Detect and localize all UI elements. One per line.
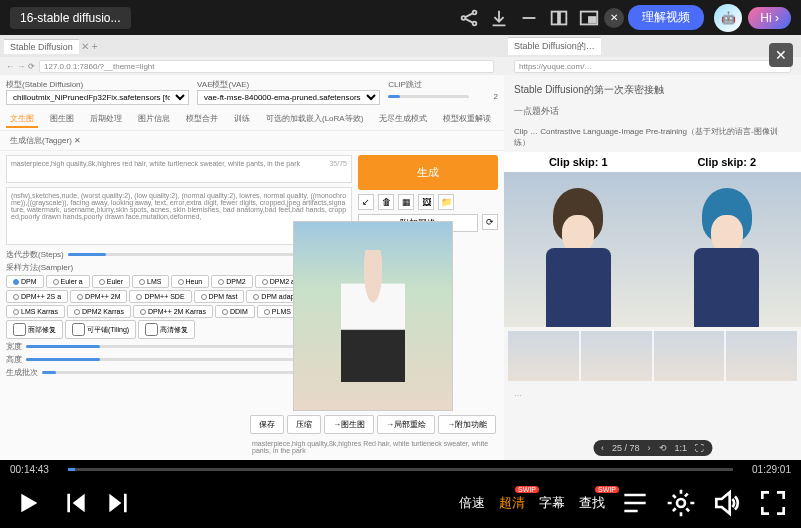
hi-button[interactable]: Hi ›	[748, 7, 791, 29]
sampler-opt[interactable]: DPM++ 2M	[70, 290, 127, 303]
clip-skip-2-image	[653, 172, 802, 327]
to-img2img-button[interactable]: →图生图	[324, 415, 374, 434]
zoom-value: 1:1	[675, 443, 688, 453]
forward-icon[interactable]: →	[17, 62, 25, 71]
svg-point-0	[462, 16, 466, 20]
back-icon[interactable]: ←	[6, 62, 14, 71]
expand-icon[interactable]: ⛶	[695, 443, 704, 453]
doc-note: …	[504, 385, 801, 402]
sampler-opt[interactable]: Euler a	[46, 275, 90, 288]
ckpt-label: 模型(Stable Diffusion)	[6, 79, 189, 90]
svg-rect-6	[589, 17, 595, 23]
rotate-icon[interactable]: ⟲	[659, 443, 667, 453]
clip-skip-1-label: Clip skip: 1	[504, 152, 653, 172]
pip-icon[interactable]	[578, 7, 600, 29]
svg-rect-4	[560, 11, 566, 24]
clip-label: CLIP跳过	[388, 79, 498, 90]
understand-video-button[interactable]: 理解视频	[628, 5, 704, 30]
sampler-opt[interactable]: DPM++ 2M Karras	[133, 305, 213, 318]
sampler-opt[interactable]: DPM++ 2S a	[6, 290, 68, 303]
page-indicator: 25 / 78	[612, 443, 640, 453]
progress-bar[interactable]	[68, 468, 733, 471]
video-tab[interactable]: 16-stable diffusio...	[10, 7, 131, 29]
right-address-bar[interactable]: https://yuque.com/…	[514, 60, 791, 73]
next-icon[interactable]	[104, 487, 136, 519]
prev-icon[interactable]	[58, 487, 90, 519]
clip-value: 2	[473, 92, 498, 101]
subtitle-button[interactable]: 字幕	[539, 494, 565, 512]
reload-icon[interactable]: ⟳	[28, 62, 35, 71]
to-inpaint-button[interactable]: →局部重绘	[377, 415, 435, 434]
thumb[interactable]	[508, 331, 579, 381]
speed-button[interactable]: 倍速	[459, 494, 485, 512]
share-icon[interactable]	[458, 7, 480, 29]
sampler-opt[interactable]: DPM	[6, 275, 44, 288]
sampler-opt[interactable]: DPM fast	[194, 290, 245, 303]
right-pane: ✕ Stable Diffusion的… https://yuque.com/……	[504, 35, 801, 460]
settings-icon[interactable]	[665, 487, 697, 519]
sampler-opt[interactable]: DPM2	[211, 275, 252, 288]
fullscreen-icon[interactable]	[757, 487, 789, 519]
doc-body: Clip … Contrastive Language-Image Pre-tr…	[504, 122, 801, 152]
download-icon[interactable]	[488, 7, 510, 29]
avatar[interactable]: 🤖	[714, 4, 742, 32]
generate-button[interactable]: 生成	[358, 155, 498, 190]
prompt-positive[interactable]: masterpiece,high quality,8k,highres red …	[6, 155, 352, 183]
grid-icon[interactable]: ▦	[398, 194, 414, 210]
folder-icon[interactable]: 📁	[438, 194, 454, 210]
svg-point-1	[473, 10, 477, 14]
svg-rect-3	[552, 11, 558, 24]
time-current: 00:14:43	[10, 464, 60, 475]
zip-button[interactable]: 压缩	[287, 415, 321, 434]
playlist-icon[interactable]	[619, 487, 651, 519]
time-duration: 01:29:01	[741, 464, 791, 475]
to-extras-button[interactable]: →附加功能	[438, 415, 496, 434]
image-icon[interactable]: 🖼	[418, 194, 434, 210]
pdf-toolbar: ‹ 25 / 78 › ⟲ 1:1 ⛶	[593, 440, 712, 456]
sampler-opt[interactable]: Euler	[92, 275, 130, 288]
tab-txt2img[interactable]: 文生图	[6, 111, 38, 128]
ckpt-select[interactable]: chilloutmix_NiPrunedFp32Fix.safetensors …	[6, 90, 189, 105]
address-bar[interactable]: 127.0.0.1:7860/?__theme=light	[39, 60, 494, 73]
sampler-opt[interactable]: LMS	[132, 275, 168, 288]
sampler-opt[interactable]: LMS Karras	[6, 305, 65, 318]
thumb[interactable]	[581, 331, 652, 381]
check-hires[interactable]: 高清修复	[138, 320, 195, 339]
tab-lora[interactable]: 可选的加载嵌入(LoRA等效)	[262, 111, 367, 128]
doc-section: 一点题外话	[504, 101, 801, 122]
check-face[interactable]: 面部修复	[6, 320, 63, 339]
check-tiling[interactable]: 可平铺(Tiling)	[65, 320, 136, 339]
close-pane-icon[interactable]: ✕	[769, 43, 793, 67]
arrow-icon[interactable]: ↙	[358, 194, 374, 210]
save-button[interactable]: 保存	[250, 415, 284, 434]
close-icon[interactable]: ✕	[604, 8, 624, 28]
sampler-opt[interactable]: Heun	[171, 275, 210, 288]
trash-icon[interactable]: 🗑	[378, 194, 394, 210]
snap-left-icon[interactable]	[548, 7, 570, 29]
quality-button[interactable]: 超清SWIP	[499, 494, 525, 512]
tab-weight[interactable]: 模型权重解读	[439, 111, 495, 128]
doc-title: Stable Diffusion的第一次亲密接触	[504, 75, 801, 101]
play-icon[interactable]	[12, 487, 44, 519]
minimize-icon[interactable]	[518, 7, 540, 29]
thumb[interactable]	[726, 331, 797, 381]
tab-merge[interactable]: 模型合并	[182, 111, 222, 128]
page-next-icon[interactable]: ›	[648, 443, 651, 453]
page-prev-icon[interactable]: ‹	[601, 443, 604, 453]
tab-img2img[interactable]: 图生图	[46, 111, 78, 128]
browser-tab-left[interactable]: Stable Diffusion	[4, 39, 79, 54]
sampler-opt[interactable]: DPM2 Karras	[67, 305, 131, 318]
volume-icon[interactable]	[711, 487, 743, 519]
tab-imginfo[interactable]: 图片信息	[134, 111, 174, 128]
clip-skip-2-label: Clip skip: 2	[653, 152, 802, 172]
sub-tab-tagger[interactable]: 生成信息(Tagger) ✕	[6, 133, 85, 148]
thumb[interactable]	[654, 331, 725, 381]
output-image[interactable]	[293, 221, 453, 411]
find-button[interactable]: 查找SWIP	[579, 494, 605, 512]
tab-train[interactable]: 训练	[230, 111, 254, 128]
sampler-opt[interactable]: DPM++ SDE	[129, 290, 191, 303]
tab-infinite[interactable]: 无尽生成模式	[375, 111, 431, 128]
vae-select[interactable]: vae-ft-mse-840000-ema-pruned.safetensors	[197, 90, 380, 105]
tab-extras[interactable]: 后期处理	[86, 111, 126, 128]
browser-tab-right[interactable]: Stable Diffusion的…	[508, 37, 601, 55]
